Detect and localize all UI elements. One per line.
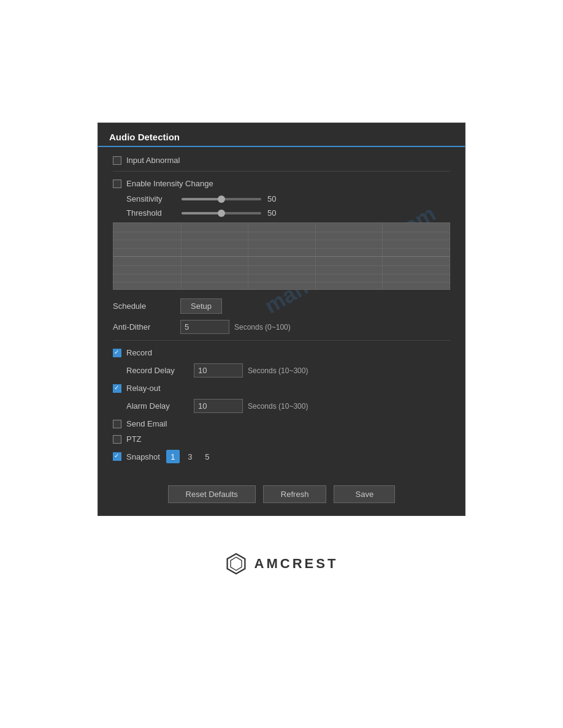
sensitivity-value: 50 — [267, 194, 282, 203]
enable-intensity-row: Enable Intensity Change — [113, 179, 450, 188]
input-abnormal-label: Input Abnormal — [126, 156, 180, 165]
waveform-bottom — [113, 257, 450, 290]
panel-body: Input Abnormal Enable Intensity Change S… — [98, 147, 465, 476]
enable-intensity-label: Enable Intensity Change — [126, 179, 213, 188]
audio-detection-panel: manualsbible.com Audio Detection Input A… — [98, 123, 465, 516]
record-delay-hint: Seconds (10~300) — [248, 366, 308, 375]
relay-out-row: Relay-out — [113, 384, 450, 393]
ptz-checkbox[interactable] — [113, 435, 121, 444]
input-abnormal-checkbox[interactable] — [113, 156, 121, 165]
anti-dither-row: Anti-Dither Seconds (0~100) — [113, 320, 450, 334]
snapshot-checkbox[interactable] — [113, 452, 121, 461]
reset-defaults-button[interactable]: Reset Defaults — [168, 485, 256, 503]
refresh-button[interactable]: Refresh — [263, 485, 327, 503]
schedule-label: Schedule — [113, 301, 180, 311]
send-email-checkbox[interactable] — [113, 420, 121, 428]
threshold-label: Threshold — [126, 208, 182, 218]
relay-out-checkbox[interactable] — [113, 384, 121, 393]
sensitivity-slider[interactable] — [182, 198, 261, 200]
amcrest-footer: AMCREST — [225, 553, 339, 575]
snapshot-num-3[interactable]: 3 — [183, 450, 197, 463]
anti-dither-input[interactable] — [180, 320, 229, 334]
send-email-label: Send Email — [126, 419, 167, 428]
snapshot-label: Snapshot — [126, 452, 160, 461]
page-wrapper: manualsbible.com Audio Detection Input A… — [0, 0, 563, 624]
waveform-top — [113, 223, 450, 257]
sensitivity-label: Sensitivity — [126, 194, 182, 203]
record-row: Record — [113, 348, 450, 357]
alarm-delay-row: Alarm Delay Seconds (10~300) — [113, 399, 450, 413]
record-label: Record — [126, 348, 152, 357]
threshold-value: 50 — [267, 208, 282, 218]
threshold-slider[interactable] — [182, 212, 261, 214]
enable-intensity-checkbox[interactable] — [113, 180, 121, 188]
save-button[interactable]: Save — [334, 485, 395, 503]
record-delay-input[interactable] — [194, 363, 243, 377]
waveform-display — [113, 222, 450, 290]
record-delay-row: Record Delay Seconds (10~300) — [113, 363, 450, 377]
sensitivity-row: Sensitivity 50 — [113, 194, 450, 203]
ptz-label: PTZ — [126, 434, 142, 444]
send-email-row: Send Email — [113, 419, 450, 428]
relay-out-label: Relay-out — [126, 384, 161, 393]
ptz-row: PTZ — [113, 434, 450, 444]
alarm-delay-input[interactable] — [194, 399, 243, 413]
alarm-delay-label: Alarm Delay — [126, 401, 194, 411]
anti-dither-label: Anti-Dither — [113, 322, 180, 332]
divider-1 — [113, 171, 450, 172]
snapshot-numbers: 1 3 5 — [166, 450, 214, 463]
divider-2 — [113, 340, 450, 341]
input-abnormal-row: Input Abnormal — [113, 156, 450, 165]
amcrest-brand: AMCREST — [255, 556, 339, 572]
record-delay-label: Record Delay — [126, 366, 194, 375]
anti-dither-hint: Seconds (0~100) — [234, 323, 291, 332]
amcrest-logo-icon — [225, 553, 247, 575]
snapshot-row: Snapshot 1 3 5 — [113, 450, 450, 463]
panel-header: Audio Detection — [98, 123, 465, 147]
svg-marker-1 — [231, 557, 242, 571]
snapshot-num-5[interactable]: 5 — [201, 450, 214, 463]
panel-title: Audio Detection — [109, 132, 180, 142]
schedule-row: Schedule Setup — [113, 298, 450, 314]
alarm-delay-hint: Seconds (10~300) — [248, 402, 308, 411]
setup-button[interactable]: Setup — [180, 298, 222, 314]
record-checkbox[interactable] — [113, 349, 121, 357]
threshold-row: Threshold 50 — [113, 208, 450, 218]
footer-buttons: Reset Defaults Refresh Save — [98, 485, 465, 503]
snapshot-num-1[interactable]: 1 — [166, 450, 180, 463]
